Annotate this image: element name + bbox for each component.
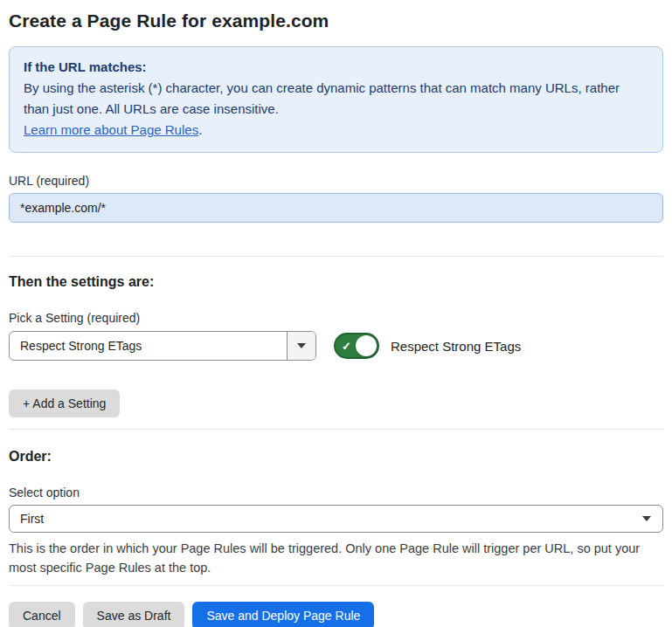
toggle-knob — [356, 335, 377, 356]
setting-picker-label: Pick a Setting (required) — [9, 311, 663, 325]
settings-section-heading: Then the settings are: — [9, 274, 663, 290]
setting-select[interactable]: Respect Strong ETags — [9, 331, 316, 361]
order-select[interactable]: First — [9, 505, 663, 533]
order-select-label: Select option — [9, 486, 663, 500]
order-section-heading: Order: — [9, 449, 663, 465]
info-box-body: By using the asterisk (*) character, you… — [24, 78, 648, 120]
etags-toggle[interactable]: ✓ — [334, 333, 379, 359]
order-helper-text: This is the order in which your Page Rul… — [9, 539, 663, 577]
create-page-rule-form: Create a Page Rule for example.com If th… — [0, 0, 672, 627]
caret-down-icon — [642, 516, 651, 521]
caret-down-icon — [297, 343, 306, 348]
page-title: Create a Page Rule for example.com — [9, 10, 663, 31]
setting-select-arrow-button[interactable] — [287, 332, 315, 360]
deploy-button[interactable]: Save and Deploy Page Rule — [192, 602, 374, 627]
save-draft-button[interactable]: Save as Draft — [83, 602, 185, 627]
footer-buttons: Cancel Save as Draft Save and Deploy Pag… — [9, 602, 663, 627]
divider — [9, 585, 663, 586]
url-label: URL (required) — [9, 174, 663, 188]
divider — [9, 256, 663, 257]
info-box-heading: If the URL matches: — [24, 57, 648, 78]
toggle-label: Respect Strong ETags — [391, 339, 521, 354]
info-box-link-line: Learn more about Page Rules. — [24, 120, 648, 141]
order-select-value: First — [10, 512, 642, 526]
setting-row: Respect Strong ETags ✓ Respect Strong ET… — [9, 331, 663, 361]
setting-select-value: Respect Strong ETags — [10, 339, 287, 353]
learn-more-link[interactable]: Learn more about Page Rules — [24, 122, 198, 137]
divider — [9, 429, 663, 430]
cancel-button[interactable]: Cancel — [9, 602, 75, 627]
check-icon: ✓ — [342, 341, 351, 352]
url-input[interactable] — [9, 193, 663, 223]
add-setting-button[interactable]: + Add a Setting — [9, 389, 120, 417]
link-suffix: . — [198, 122, 202, 137]
url-match-info-box: If the URL matches: By using the asteris… — [9, 46, 663, 153]
